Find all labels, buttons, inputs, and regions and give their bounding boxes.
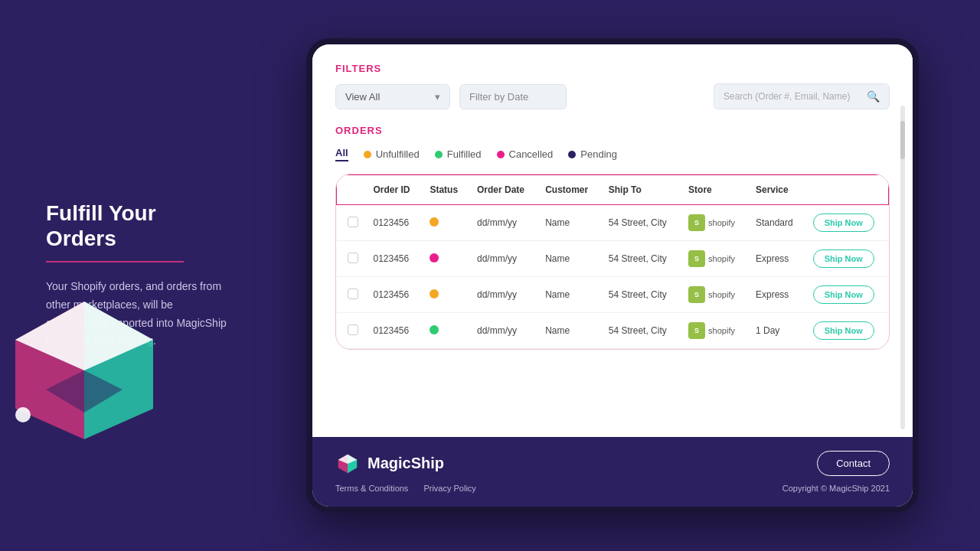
- order-action[interactable]: Ship Now: [805, 277, 889, 313]
- ship-now-button[interactable]: Ship Now: [813, 285, 874, 304]
- device-frame: FILTERS View All ▾ Filter by Date Search…: [306, 38, 919, 513]
- chevron-down-icon: ▾: [435, 91, 440, 103]
- shopify-label: shopify: [708, 290, 735, 299]
- tab-fulfilled[interactable]: Fulfilled: [435, 148, 482, 160]
- shopify-label: shopify: [708, 254, 735, 263]
- shopify-badge: S shopify: [688, 214, 740, 231]
- table-row: 0123456 dd/mm/yy Name 54 Street, City S: [337, 241, 889, 277]
- status-dot: [430, 217, 439, 227]
- tab-cancelled-label: Cancelled: [509, 148, 554, 160]
- ship-now-button[interactable]: Ship Now: [813, 214, 874, 232]
- checkbox-icon[interactable]: [348, 289, 358, 299]
- privacy-link[interactable]: Privacy Policy: [423, 484, 475, 493]
- order-ship-to: 54 Street, City: [601, 205, 681, 241]
- row-checkbox[interactable]: [337, 205, 366, 241]
- table-row: 0123456 dd/mm/yy Name 54 Street, City S: [337, 313, 889, 349]
- svg-point-4: [15, 407, 31, 422]
- order-action[interactable]: Ship Now: [805, 205, 889, 241]
- header-action: [805, 175, 889, 205]
- shopify-icon: S: [688, 286, 705, 303]
- contact-button[interactable]: Contact: [817, 451, 890, 476]
- magicship-logo: MagicShip: [335, 453, 444, 474]
- fulfilled-dot: [435, 151, 443, 158]
- header-order-date: Order Date: [469, 175, 537, 205]
- shopify-icon: S: [688, 322, 705, 339]
- header-status: Status: [422, 175, 469, 205]
- filters-row: View All ▾ Filter by Date Search (Order …: [335, 83, 890, 109]
- shopify-label: shopify: [708, 218, 735, 227]
- table-header: Order ID Status Order Date Customer Ship…: [337, 175, 889, 205]
- order-status: [422, 313, 469, 349]
- tab-cancelled[interactable]: Cancelled: [497, 148, 554, 160]
- order-id: 0123456: [366, 277, 423, 313]
- search-placeholder: Search (Order #, Email, Name): [724, 91, 861, 102]
- order-service: 1 Day: [748, 313, 805, 349]
- date-filter[interactable]: Filter by Date: [459, 84, 567, 109]
- ship-now-button[interactable]: Ship Now: [813, 249, 874, 268]
- terms-link[interactable]: Terms & Conditions: [335, 484, 408, 493]
- order-status: [422, 205, 469, 241]
- order-id: 0123456: [366, 241, 423, 277]
- status-dot: [430, 253, 439, 262]
- tab-pending[interactable]: Pending: [568, 148, 617, 160]
- order-ship-to: 54 Street, City: [601, 277, 681, 313]
- order-service: Standard: [748, 205, 805, 241]
- footer-bottom: Terms & Conditions Privacy Policy Copyri…: [335, 484, 890, 493]
- order-status: [422, 241, 469, 277]
- checkbox-icon[interactable]: [348, 217, 358, 227]
- order-date: dd/mm/yy: [469, 205, 537, 241]
- order-ship-to: 54 Street, City: [601, 313, 681, 349]
- order-id: 0123456: [366, 313, 423, 349]
- title-divider: [46, 261, 184, 262]
- magicship-logo-icon: [335, 453, 360, 474]
- brand-logo-shape: [0, 279, 168, 458]
- device-screen: FILTERS View All ▾ Filter by Date Search…: [312, 44, 913, 507]
- order-action[interactable]: Ship Now: [805, 313, 889, 349]
- order-date: dd/mm/yy: [469, 277, 537, 313]
- orders-section-label: ORDERS: [335, 125, 890, 136]
- orders-table: Order ID Status Order Date Customer Ship…: [336, 174, 889, 349]
- orders-table-wrapper: Order ID Status Order Date Customer Ship…: [335, 174, 890, 350]
- header-customer: Customer: [537, 175, 601, 205]
- page-title: Fulfill Your Orders: [46, 201, 230, 252]
- status-dot: [430, 325, 439, 334]
- scrollbar-thumb[interactable]: [900, 121, 905, 159]
- search-box[interactable]: Search (Order #, Email, Name) 🔍: [714, 83, 890, 109]
- order-store: S shopify: [681, 205, 748, 241]
- checkbox-icon[interactable]: [348, 253, 358, 263]
- left-panel: Fulfill Your Orders Your Shopify orders,…: [0, 170, 260, 381]
- order-action[interactable]: Ship Now: [805, 241, 889, 277]
- row-checkbox[interactable]: [337, 313, 366, 349]
- footer-links: Terms & Conditions Privacy Policy: [335, 484, 476, 493]
- tab-all[interactable]: All: [335, 147, 348, 161]
- filters-section-label: FILTERS: [335, 63, 890, 74]
- footer-top: MagicShip Contact: [335, 451, 890, 476]
- screen-footer: MagicShip Contact Terms & Conditions Pri…: [312, 437, 913, 507]
- right-panel: FILTERS View All ▾ Filter by Date Search…: [260, 15, 980, 536]
- shopify-badge: S shopify: [688, 322, 740, 339]
- tab-pending-label: Pending: [580, 148, 617, 160]
- header-checkbox: [337, 175, 366, 205]
- copyright-text: Copyright © MagicShip 2021: [782, 484, 890, 493]
- ship-now-button[interactable]: Ship Now: [813, 321, 874, 340]
- table-body: 0123456 dd/mm/yy Name 54 Street, City S: [337, 205, 889, 349]
- row-checkbox[interactable]: [337, 277, 366, 313]
- shopify-label: shopify: [708, 326, 735, 335]
- search-icon: 🔍: [867, 90, 880, 103]
- order-store: S shopify: [681, 241, 748, 277]
- order-id: 0123456: [366, 205, 423, 241]
- checkbox-icon[interactable]: [348, 324, 358, 335]
- order-service: Express: [748, 277, 805, 313]
- order-customer: Name: [537, 313, 601, 349]
- order-status: [422, 277, 469, 313]
- tab-unfulfilled[interactable]: Unfulfilled: [364, 148, 420, 160]
- row-checkbox[interactable]: [337, 241, 366, 277]
- view-all-dropdown[interactable]: View All ▾: [335, 84, 450, 109]
- tab-unfulfilled-label: Unfulfilled: [376, 148, 420, 160]
- header-store: Store: [681, 175, 748, 205]
- scrollbar-track[interactable]: [900, 106, 905, 429]
- tab-all-label: All: [335, 147, 348, 158]
- header-order-id: Order ID: [366, 175, 423, 205]
- unfulfilled-dot: [364, 151, 371, 158]
- table-row: 0123456 dd/mm/yy Name 54 Street, City S: [337, 205, 889, 241]
